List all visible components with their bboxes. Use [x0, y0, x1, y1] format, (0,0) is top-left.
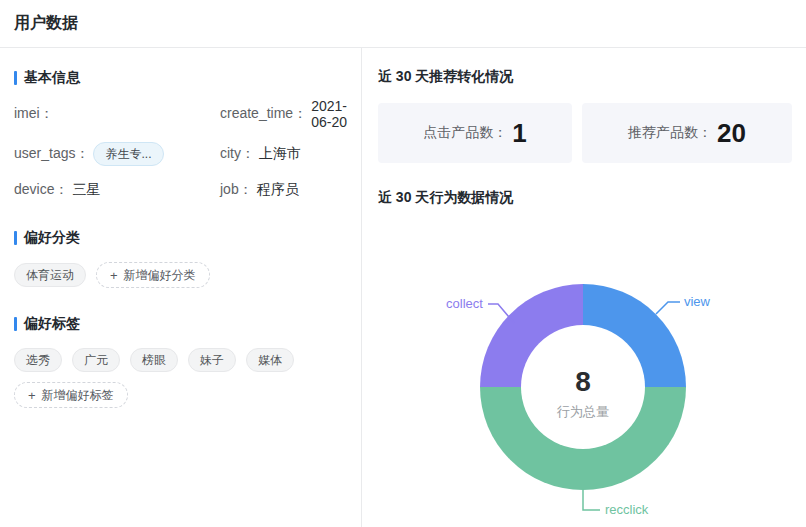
field-city-label: city：: [220, 145, 255, 163]
conversion-stats: 点击产品数： 1 推荐产品数： 20: [378, 103, 792, 163]
add-pref-tag-button[interactable]: + 新增偏好标签: [14, 382, 128, 408]
section-bar-icon: [14, 71, 17, 85]
basic-info-fields: imei： create_time： 2021-06-20 user_tags：…: [14, 98, 347, 202]
section-pref-category-label: 偏好分类: [24, 229, 80, 247]
plus-icon: +: [110, 268, 118, 283]
chart-label-collect: collect: [362, 295, 483, 313]
stat-card-recommended: 推荐产品数： 20: [582, 103, 792, 163]
pref-tag[interactable]: 榜眼: [130, 348, 178, 372]
donut-center: 8 行为总量: [521, 325, 645, 449]
section-pref-tags-label: 偏好标签: [24, 315, 80, 333]
page-header: 用户数据: [0, 0, 806, 48]
stat-clicked-label: 点击产品数：: [423, 124, 507, 142]
section-basic-info: 基本信息: [14, 68, 347, 88]
pref-category-tags: 体育运动: [14, 263, 86, 287]
chart-label-recclick: recclick: [605, 501, 648, 519]
pref-tag[interactable]: 妹子: [188, 348, 236, 372]
section-bar-icon: [14, 317, 17, 331]
pref-tags-tag-row: 选秀广元榜眼妹子媒体 + 新增偏好标签: [14, 348, 347, 408]
field-job: job： 程序员: [220, 178, 347, 202]
add-pref-tag-label: 新增偏好标签: [42, 387, 114, 404]
section-pref-category: 偏好分类: [14, 228, 347, 248]
field-device: device： 三星: [14, 178, 220, 202]
pref-tag[interactable]: 选秀: [14, 348, 62, 372]
field-imei: imei：: [14, 98, 220, 130]
field-city-value: 上海市: [259, 145, 301, 163]
recclick-leader-line: [583, 490, 600, 510]
field-user-tags-label: user_tags：: [14, 145, 89, 163]
user-info-panel: 基本信息 imei： create_time： 2021-06-20 user_…: [0, 48, 362, 527]
stat-recommended-label: 推荐产品数：: [628, 124, 712, 142]
pref-tags-tags: 选秀广元榜眼妹子媒体: [14, 348, 294, 372]
plus-icon: +: [28, 388, 36, 403]
behavior-total-label: 行为总量: [557, 403, 609, 421]
behavior-total-value: 8: [575, 368, 591, 396]
donut-chart[interactable]: 8 行为总量: [480, 284, 686, 490]
pref-category-tag-row: 体育运动 + 新增偏好分类: [14, 262, 347, 288]
section-basic-info-label: 基本信息: [24, 69, 80, 87]
section-pref-tags: 偏好标签: [14, 314, 347, 334]
field-imei-label: imei：: [14, 105, 54, 123]
page-title: 用户数据: [14, 13, 792, 34]
field-city: city： 上海市: [220, 142, 347, 166]
stats-panel: 近 30 天推荐转化情况 点击产品数： 1 推荐产品数： 20 近 30 天行为…: [362, 48, 806, 527]
behavior-title: 近 30 天行为数据情况: [378, 189, 792, 209]
section-bar-icon: [14, 231, 17, 245]
field-user-tags: user_tags： 养生专...: [14, 142, 220, 166]
view-leader-line: [656, 302, 680, 314]
pref-category-tag[interactable]: 体育运动: [14, 263, 86, 287]
field-create-time-label: create_time：: [220, 105, 307, 123]
stat-recommended-value: 20: [717, 118, 746, 149]
field-device-value: 三星: [72, 181, 100, 199]
main-content: 基本信息 imei： create_time： 2021-06-20 user_…: [0, 48, 806, 527]
stat-card-clicked: 点击产品数： 1: [378, 103, 572, 163]
pref-tag[interactable]: 广元: [72, 348, 120, 372]
stat-clicked-value: 1: [512, 118, 526, 149]
pref-tag[interactable]: 媒体: [246, 348, 294, 372]
field-job-label: job：: [220, 181, 253, 199]
conversion-title: 近 30 天推荐转化情况: [378, 68, 792, 88]
field-create-time: create_time： 2021-06-20: [220, 98, 347, 130]
field-job-value: 程序员: [257, 181, 299, 199]
add-pref-category-button[interactable]: + 新增偏好分类: [96, 262, 210, 288]
chart-label-view: view: [684, 293, 710, 311]
add-pref-category-label: 新增偏好分类: [124, 267, 196, 284]
user-tag-pill[interactable]: 养生专...: [93, 142, 163, 166]
field-device-label: device：: [14, 181, 68, 199]
behavior-donut-chart: 8 行为总量 collect view recclick: [362, 209, 726, 527]
field-create-time-value: 2021-06-20: [311, 98, 347, 130]
